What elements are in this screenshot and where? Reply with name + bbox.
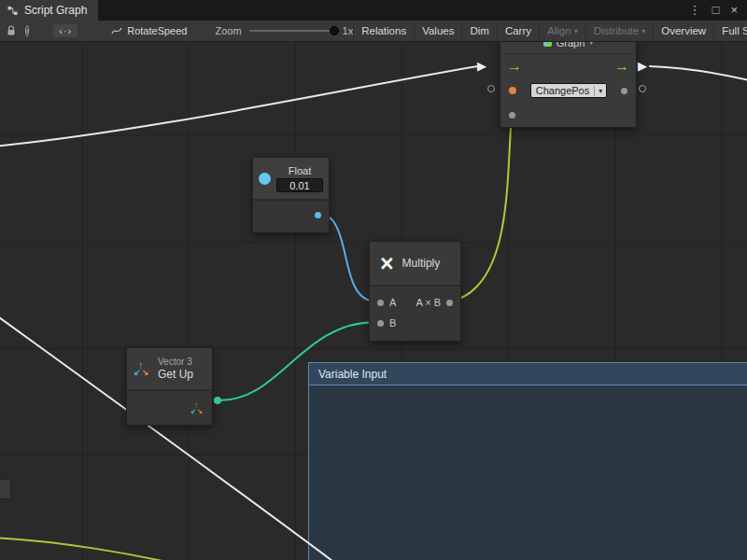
info-icon[interactable]: i	[25, 25, 29, 36]
port-a[interactable]	[377, 300, 384, 306]
multiply-icon: ×	[380, 252, 394, 275]
right-connection-ring[interactable]	[639, 85, 646, 92]
zoom-value: 1x	[343, 25, 354, 36]
multiply-node-header[interactable]: × Multiply	[370, 242, 460, 287]
graph-name: RotateSpeed	[127, 25, 187, 36]
float-node-fields: Float 0.01	[276, 165, 323, 192]
multiply-node-title: Multiply	[402, 257, 441, 270]
flow-port-row: → →	[500, 54, 636, 78]
value-input-port[interactable]	[509, 87, 516, 94]
button-label: Values	[422, 25, 454, 36]
button-label: Full Screen	[722, 25, 747, 36]
float-node-body	[253, 199, 329, 232]
zoom-label: Zoom	[215, 25, 241, 36]
port-result-label: A × B	[416, 297, 441, 308]
graph-toolbar: i ‹·› RotateSpeed Zoom 1x Relations Valu…	[0, 21, 747, 42]
event-node-header[interactable]: Graph ▾	[500, 42, 636, 54]
multiply-node-body: A A × B B	[370, 287, 460, 341]
port-row: A A × B	[370, 292, 460, 313]
port-b-label: B	[389, 317, 396, 329]
graph-breadcrumb[interactable]: RotateSpeed	[111, 25, 187, 36]
toolbar-button-fullscreen[interactable]: Full Screen	[713, 21, 747, 41]
maximize-icon[interactable]: □	[707, 0, 726, 21]
zoom-control: Zoom 1x	[215, 25, 353, 36]
button-label: Carry	[505, 25, 531, 36]
close-icon[interactable]: ×	[725, 0, 743, 21]
float-node-title: Float	[276, 165, 323, 176]
window-controls: ⋮ □ ×	[684, 0, 747, 21]
tab-title: Script Graph	[24, 4, 87, 17]
port-b[interactable]	[377, 320, 384, 327]
getup-output-port[interactable]	[214, 397, 221, 404]
getup-node[interactable]: ↑ ↙ ↘ Vector 3 Get Up ↑ ↙ ↘	[126, 347, 213, 426]
arrow-down-right-icon: ↘	[142, 369, 149, 377]
vector3-icon: ↑ ↙ ↘	[134, 361, 150, 377]
toolbar-button-carry[interactable]: Carry	[497, 21, 539, 41]
button-label: Relations	[361, 25, 406, 36]
getup-node-body: ↑ ↙ ↘	[127, 389, 212, 425]
chevron-down-icon: ▾	[641, 27, 645, 35]
getup-node-title: Get Up	[158, 368, 193, 381]
multiply-node[interactable]: × Multiply A A × B B	[369, 241, 461, 342]
zoom-slider[interactable]	[249, 30, 335, 32]
vector-type-label: Vector 3	[158, 357, 193, 367]
chevron-down-icon: ▾	[594, 86, 606, 96]
toolbar-button-values[interactable]: Values	[414, 21, 461, 41]
wire-getup-to-multiply	[218, 322, 376, 400]
result-input-port[interactable]	[509, 112, 515, 119]
vector3-output-icon: ↑ ↙ ↘	[191, 402, 204, 415]
chevron-down-icon: ▾	[589, 42, 593, 47]
value-port-row: ChangePos ▾	[500, 78, 636, 103]
button-label: Dim	[470, 25, 488, 36]
port-row: B	[370, 313, 460, 333]
arrow-down-right-icon: ↘	[197, 408, 203, 414]
offscreen-node[interactable]	[0, 479, 11, 499]
event-node-title: Graph	[557, 42, 585, 49]
script-graph-icon	[7, 5, 19, 17]
button-label: Align	[547, 25, 571, 36]
arrow-down-left-icon: ↙	[190, 408, 196, 414]
changepos-dropdown-value: ChangePos	[531, 84, 595, 97]
lock-icon[interactable]	[7, 25, 16, 36]
left-connection-ring[interactable]	[487, 85, 495, 92]
toolbar-button-relations[interactable]: Relations	[353, 21, 414, 41]
toolbar-button-overview[interactable]: Overview	[653, 21, 713, 41]
chevron-down-icon: ▾	[574, 27, 578, 35]
kebab-menu-icon[interactable]: ⋮	[684, 0, 707, 21]
bottom-port-row	[500, 103, 636, 127]
flow-out-port[interactable]: →	[614, 59, 629, 74]
toolbar-buttons: Relations Values Dim Carry Align▾ Distri…	[353, 21, 747, 41]
port-result[interactable]	[446, 300, 453, 306]
button-label: Overview	[661, 25, 706, 36]
wire-green-bottom	[0, 538, 196, 560]
arrow-down-left-icon: ↙	[134, 369, 141, 377]
wire-arrow-out-icon: ▶	[638, 60, 647, 72]
flow-in-port[interactable]: →	[507, 59, 522, 74]
script-icon	[111, 25, 122, 36]
code-preview-toggle[interactable]: ‹·›	[53, 24, 78, 37]
getup-node-header[interactable]: ↑ ↙ ↘ Vector 3 Get Up	[127, 348, 212, 389]
float-value-input[interactable]: 0.01	[276, 178, 323, 192]
graph-canvas[interactable]: Variable Input Graph ▾ → → ChangePos ▾	[0, 42, 747, 560]
getup-node-titles: Vector 3 Get Up	[158, 357, 193, 381]
port-dot[interactable]	[621, 88, 627, 94]
event-node[interactable]: Graph ▾ → → ChangePos ▾	[500, 42, 637, 128]
float-node-header[interactable]: Float 0.01	[253, 158, 329, 199]
zoom-slider-knob[interactable]	[330, 26, 339, 35]
toolbar-button-distribute[interactable]: Distribute▾	[585, 21, 654, 41]
float-output-port[interactable]	[315, 212, 321, 218]
tab-script-graph[interactable]: Script Graph	[0, 0, 98, 21]
port-a-label: A	[389, 297, 396, 308]
float-icon	[259, 173, 271, 185]
float-node[interactable]: Float 0.01	[252, 157, 330, 233]
button-label: Distribute	[594, 25, 640, 36]
toolbar-button-dim[interactable]: Dim	[461, 21, 496, 41]
wire-flow-in	[0, 66, 478, 147]
toolbar-button-align[interactable]: Align▾	[539, 21, 585, 41]
wire-flow-out	[650, 66, 747, 81]
graph-icon	[543, 42, 552, 47]
title-bar: Script Graph ⋮ □ ×	[0, 0, 747, 21]
wire-arrow-in-icon: ▶	[477, 60, 486, 72]
changepos-dropdown[interactable]: ChangePos ▾	[530, 83, 608, 98]
